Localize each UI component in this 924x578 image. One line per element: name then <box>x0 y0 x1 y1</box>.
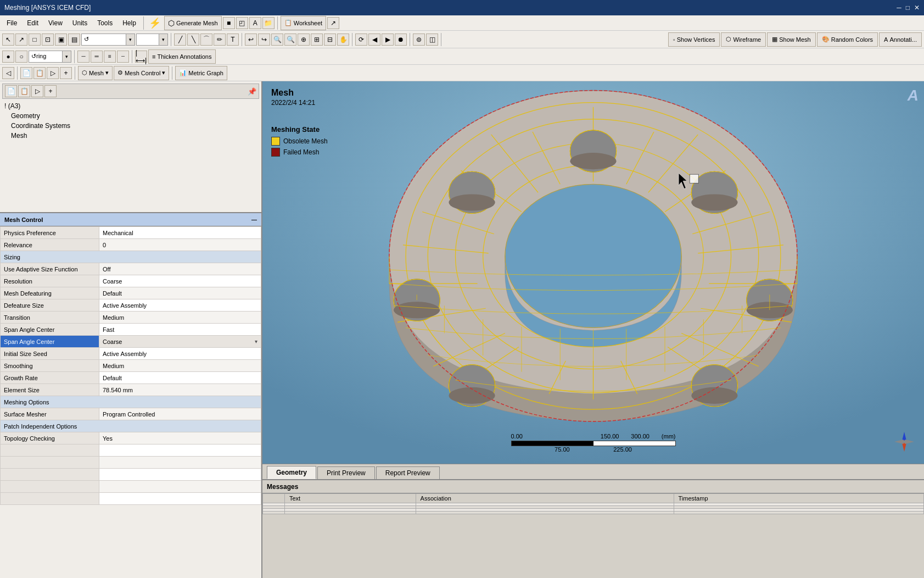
canvas-area[interactable]: Mesh 2022/2/4 14:21 Meshing State Obsole… <box>262 81 924 464</box>
menu-help[interactable]: Help <box>118 18 141 29</box>
tree-item-mesh[interactable]: Mesh <box>2 131 259 141</box>
minimize-button[interactable]: ─ <box>897 4 901 12</box>
prop-value[interactable]: Mechanical <box>99 227 261 239</box>
tool-zoom-out[interactable]: 🔍 <box>284 34 296 46</box>
snap-dropdown-arrow[interactable]: ▾ <box>126 34 135 45</box>
forward-button[interactable]: ▷ <box>47 67 59 79</box>
prop-value[interactable]: 78.540 mm <box>99 384 261 396</box>
tool-undo[interactable]: ↩ <box>245 34 257 46</box>
tb-icon-5[interactable]: ↗ <box>327 17 339 29</box>
close-button[interactable]: ✕ <box>914 4 920 12</box>
tree-add[interactable]: + <box>44 85 57 97</box>
tool-refresh[interactable]: ⟳ <box>355 34 367 46</box>
prop-value[interactable]: Active Assembly <box>99 299 261 312</box>
prop-value[interactable]: Program Controlled <box>99 408 261 420</box>
number-input[interactable]: 0 <box>137 34 159 45</box>
tb-icon-4[interactable]: 📁 <box>262 17 275 29</box>
worksheet-button[interactable]: 📋 Worksheet <box>281 16 326 30</box>
annotation-type-input[interactable] <box>29 51 62 62</box>
generate-mesh-button[interactable]: ⬡ Generate Mesh <box>164 16 222 30</box>
new-item-button[interactable]: 📄 <box>20 67 32 79</box>
thicken-annotations-button[interactable]: ≡ Thicken Annotations <box>148 49 216 64</box>
menu-tools[interactable]: Tools <box>93 18 117 29</box>
tool-pan[interactable]: ✋ <box>337 34 349 46</box>
tool-anno2[interactable]: ○ <box>15 51 27 63</box>
copy-button[interactable]: 📋 <box>33 67 46 79</box>
props-minimize-icon[interactable]: ─ <box>251 215 257 224</box>
tree-copy[interactable]: 📋 <box>18 85 30 97</box>
annotations-button[interactable]: A Annotati... <box>879 32 922 47</box>
prop-value[interactable]: Coarse <box>99 275 261 287</box>
prop-value-highlight[interactable]: Coarse ▾ <box>99 336 261 348</box>
prop-value[interactable]: Default <box>99 287 261 299</box>
tool-weight3[interactable]: ≡ <box>104 51 116 63</box>
collapse-panel-button[interactable]: ◁ <box>2 67 14 79</box>
tool-line[interactable]: ╱ <box>174 34 186 46</box>
tab-geometry[interactable]: Geometry <box>267 466 316 479</box>
prop-value[interactable]: Off <box>99 263 261 275</box>
tree-fwd[interactable]: ▷ <box>31 85 43 97</box>
snap-input[interactable] <box>82 34 126 45</box>
tool-box2[interactable]: ⊡ <box>42 34 54 46</box>
prop-value[interactable]: Medium <box>99 360 261 372</box>
tool-box[interactable]: □ <box>29 34 41 46</box>
random-colors-button[interactable]: 🎨 Random Colors <box>817 32 878 47</box>
tool-polyline[interactable]: ⌒ <box>200 34 212 46</box>
mesh-button[interactable]: ⬡ Mesh ▾ <box>78 66 113 80</box>
tree-item-geometry[interactable]: Geometry <box>2 111 259 121</box>
show-mesh-button[interactable]: ▦ Show Mesh <box>767 32 815 47</box>
snap-dropdown[interactable]: ▾ <box>81 34 135 46</box>
tb-icon-3[interactable]: A <box>249 17 261 29</box>
wireframe-button[interactable]: ⬡ Wireframe <box>721 32 766 47</box>
prop-value[interactable]: Fast <box>99 324 261 336</box>
tool-anno1[interactable]: ● <box>2 51 14 63</box>
annotation-type-dropdown[interactable]: ▾ <box>29 51 71 63</box>
prop-dropdown-arrow[interactable]: ▾ <box>255 338 257 344</box>
prop-value[interactable]: Active Assembly <box>99 348 261 360</box>
number-dropdown[interactable]: 0 ▾ <box>136 34 168 46</box>
tree-new[interactable]: 📄 <box>5 85 17 97</box>
tb-icon-2[interactable]: ◰ <box>236 17 248 29</box>
mesh-control-button[interactable]: ⚙ Mesh Control ▾ <box>114 66 169 80</box>
maximize-button[interactable]: □ <box>906 4 910 12</box>
viewport[interactable]: Mesh 2022/2/4 14:21 Meshing State Obsole… <box>262 81 924 479</box>
menu-units[interactable]: Units <box>68 18 92 29</box>
menu-edit[interactable]: Edit <box>23 18 43 29</box>
prop-value[interactable]: Medium <box>99 312 261 324</box>
tree-item-coordinate-systems[interactable]: Coordinate Systems <box>2 121 259 131</box>
show-vertices-button[interactable]: ◦ Show Vertices <box>668 32 720 47</box>
tab-report-preview[interactable]: Report Preview <box>376 466 440 479</box>
tool-select[interactable]: ↖ <box>2 34 14 46</box>
tool-weight1[interactable]: ─ <box>77 51 89 63</box>
tool-step-back[interactable]: ◀ <box>368 34 380 46</box>
tool-record[interactable]: ⏺ <box>395 34 407 46</box>
add-button[interactable]: + <box>60 67 72 79</box>
tool-snap[interactable]: ⊚ <box>413 34 425 46</box>
tb-icon-1[interactable]: ■ <box>223 17 235 29</box>
tool-box4[interactable]: ▤ <box>68 34 80 46</box>
tool-redo[interactable]: ↪ <box>258 34 270 46</box>
tool-zoom-in[interactable]: 🔍 <box>271 34 283 46</box>
tool-freehand[interactable]: ✏ <box>214 34 226 46</box>
menu-file[interactable]: File <box>2 18 21 29</box>
menu-view[interactable]: View <box>44 18 67 29</box>
tool-zoom-area[interactable]: ⊞ <box>311 34 323 46</box>
tool-select2[interactable]: ↗ <box>15 34 27 46</box>
tree-item-a3[interactable]: ! (A3) <box>2 101 259 111</box>
tool-play[interactable]: ▶ <box>382 34 394 46</box>
tool-snap2[interactable]: ◫ <box>426 34 438 46</box>
prop-value[interactable]: Default <box>99 372 261 384</box>
tool-zoom-fit[interactable]: ⊕ <box>298 34 310 46</box>
metric-graph-button[interactable]: 📊 Metric Graph <box>175 66 227 80</box>
tool-bar-h[interactable]: |⟷| <box>135 51 147 63</box>
tool-box3[interactable]: ▣ <box>55 34 67 46</box>
tool-dotted[interactable]: ┄ <box>117 51 129 63</box>
tree-pin[interactable]: 📌 <box>248 87 256 96</box>
tool-zoom-100[interactable]: ⊟ <box>324 34 336 46</box>
tool-weight2[interactable]: ═ <box>91 51 103 63</box>
prop-value[interactable]: Yes <box>99 432 261 444</box>
number-dropdown-arrow[interactable]: ▾ <box>159 34 167 45</box>
anno-dropdown-arrow[interactable]: ▾ <box>62 51 71 62</box>
tab-print-preview[interactable]: Print Preview <box>317 466 375 479</box>
prop-value[interactable]: 0 <box>99 239 261 251</box>
